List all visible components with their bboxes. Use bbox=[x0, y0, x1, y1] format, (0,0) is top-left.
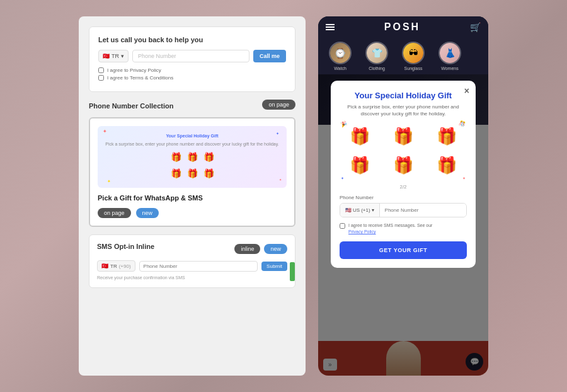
gift-modal: × Your Special Holiday Gift Pick a surpr… bbox=[331, 81, 476, 268]
cart-icon[interactable]: 🛒 bbox=[470, 22, 481, 32]
flag-select[interactable]: 🇹🇷 TR ▾ bbox=[98, 50, 129, 62]
womens-image: 👗 bbox=[440, 43, 460, 63]
get-gift-button[interactable]: GET YOUR GIFT bbox=[340, 241, 467, 259]
phone-collection-row: Phone Number Collection on page bbox=[89, 100, 295, 110]
watch-avatar: ⌚ bbox=[329, 42, 352, 64]
gift-on-page-btn[interactable]: on page bbox=[98, 208, 131, 218]
modal-overlay[interactable]: × Your Special Holiday Gift Pick a surpr… bbox=[318, 74, 488, 376]
sms-consent-row: I agree to receive SMS messages. See our… bbox=[340, 222, 467, 235]
terms-checkbox-row: I agree to Terms & Conditions bbox=[98, 75, 286, 81]
mobile-logo: POSH bbox=[384, 21, 420, 33]
mobile-content: WO × Your Special Holiday Gift Pick a su… bbox=[318, 74, 488, 376]
modal-gift-6[interactable]: 🎁 bbox=[427, 153, 467, 178]
call-me-button[interactable]: Call me bbox=[253, 50, 286, 62]
gift-box-3: 🎁 bbox=[202, 150, 215, 164]
gift-card-preview: ✦ ✦ ✦ ✦ Your Special Holiday Gift Pick a… bbox=[89, 117, 295, 227]
phone-collection-label: Phone Number Collection bbox=[89, 102, 173, 110]
gift-box-4: 🎁 bbox=[169, 166, 183, 180]
phone-input-left[interactable]: Phone Number bbox=[132, 50, 249, 62]
sunglass-label: Sunglass bbox=[404, 66, 423, 71]
category-watch[interactable]: ⌚ Watch bbox=[324, 42, 356, 71]
modal-gift-4[interactable]: 🎁 bbox=[340, 153, 379, 178]
gift-box-5: 🎁 bbox=[185, 166, 199, 180]
sunglass-avatar: 🕶 bbox=[402, 42, 425, 64]
clothing-label: Clothing bbox=[369, 66, 385, 71]
category-womens[interactable]: 👗 Womens bbox=[434, 42, 466, 71]
modal-subtitle: Pick a surprise box, enter your phone nu… bbox=[340, 103, 467, 117]
sms-submit-btn[interactable]: Submit bbox=[261, 262, 287, 271]
left-panel: Let us call you back to help you 🇹🇷 TR ▾… bbox=[79, 16, 306, 376]
privacy-label: I agree to Privacy Policy bbox=[107, 67, 161, 73]
modal-gift-2[interactable]: 🎁 bbox=[383, 124, 423, 149]
on-page-tag[interactable]: on page bbox=[262, 100, 295, 110]
right-panel: POSH 🛒 ⌚ Watch 👕 Clothing 🕶 Sunglass 👗 bbox=[318, 16, 488, 376]
modal-gift-3[interactable]: 🎁 bbox=[427, 124, 467, 149]
clothing-image: 👕 bbox=[367, 43, 387, 63]
modal-phone-row: 🇺🇸 US (+1) ▾ bbox=[340, 203, 467, 217]
gift-card-image: ✦ ✦ ✦ ✦ Your Special Holiday Gift Pick a… bbox=[98, 126, 287, 188]
sms-new-btn[interactable]: new bbox=[264, 244, 287, 254]
modal-country-select[interactable]: 🇺🇸 US (+1) ▾ bbox=[340, 204, 380, 217]
modal-title: Your Special Holiday Gift bbox=[340, 91, 467, 100]
privacy-checkbox[interactable] bbox=[98, 67, 104, 73]
sms-inline-btn[interactable]: inline bbox=[234, 244, 260, 254]
gift-box-1: 🎁 bbox=[169, 150, 183, 164]
modal-phone-label: Phone Number bbox=[340, 195, 467, 200]
terms-label: I agree to Terms & Conditions bbox=[107, 75, 173, 81]
call-back-title: Let us call you back to help you bbox=[98, 36, 286, 43]
us-flag: 🇺🇸 bbox=[345, 207, 352, 213]
gift-grid-modal: 🎁 🎁 🎁 🎁 🎁 🎁 bbox=[340, 124, 467, 178]
sms-optin-label: SMS Opt-in Inline bbox=[97, 243, 154, 250]
gift-box-2: 🎁 bbox=[185, 150, 199, 164]
chevron-down-icon: ▾ bbox=[372, 207, 374, 213]
sms-consent-checkbox[interactable] bbox=[340, 223, 345, 229]
modal-gift-5[interactable]: 🎁 bbox=[383, 153, 423, 178]
hamburger-menu[interactable] bbox=[326, 24, 335, 30]
sms-phone-input[interactable] bbox=[139, 261, 258, 272]
category-clothing[interactable]: 👕 Clothing bbox=[361, 42, 392, 71]
gift-grid-preview: 🎁 🎁 🎁 🎁 🎁 🎁 bbox=[169, 150, 215, 180]
gift-card-label: Pick a Gift for WhatsApp & SMS bbox=[98, 194, 287, 202]
modal-gift-1[interactable]: 🎁 bbox=[340, 124, 379, 149]
green-status-bar bbox=[290, 262, 295, 281]
flag-icon: 🇹🇷 bbox=[103, 53, 110, 59]
sunglass-image: 🕶 bbox=[403, 43, 423, 63]
categories-row: ⌚ Watch 👕 Clothing 🕶 Sunglass 👗 Womens bbox=[318, 38, 488, 74]
gift-card-btn-row: on page new bbox=[98, 208, 287, 218]
chevron-down-icon: ▾ bbox=[121, 53, 124, 59]
womens-label: Womens bbox=[441, 66, 459, 71]
modal-phone-input[interactable] bbox=[380, 204, 466, 217]
sms-optin-section: SMS Opt-in Inline inline new 🇹🇷 TR (+90)… bbox=[89, 234, 295, 288]
watch-image: ⌚ bbox=[330, 43, 350, 63]
gift-box-6: 🎁 bbox=[202, 166, 215, 180]
privacy-checkbox-row: I agree to Privacy Policy bbox=[98, 67, 286, 73]
sms-consent-text: I agree to receive SMS messages. See our… bbox=[348, 222, 432, 235]
mobile-header: POSH 🛒 bbox=[318, 16, 488, 38]
womens-avatar: 👗 bbox=[438, 42, 461, 64]
call-back-section: Let us call you back to help you 🇹🇷 TR ▾… bbox=[89, 26, 295, 92]
sms-helper-text: Receive your purchase confirmation via S… bbox=[97, 275, 287, 280]
gift-new-btn[interactable]: new bbox=[136, 208, 159, 218]
terms-checkbox[interactable] bbox=[98, 75, 104, 81]
sms-inline-form: 🇹🇷 TR (+90) Submit bbox=[97, 260, 287, 272]
page-indicator: 2/2 bbox=[340, 184, 467, 190]
watch-label: Watch bbox=[334, 66, 346, 71]
privacy-link[interactable]: Privacy Policy bbox=[348, 229, 376, 234]
gift-card-preview-title: Your Special Holiday Gift bbox=[166, 134, 218, 138]
phone-row: 🇹🇷 TR ▾ Phone Number Call me bbox=[98, 50, 286, 62]
modal-close-btn[interactable]: × bbox=[464, 86, 469, 96]
category-sunglass[interactable]: 🕶 Sunglass bbox=[398, 42, 429, 71]
clothing-avatar: 👕 bbox=[365, 42, 388, 64]
